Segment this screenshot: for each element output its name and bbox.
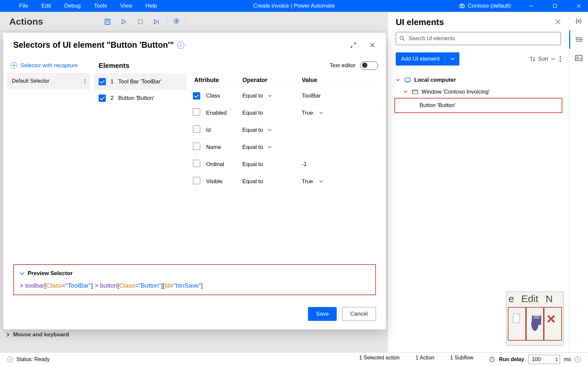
run-delay-label: Run delay xyxy=(499,356,524,362)
chevron-down-icon[interactable] xyxy=(20,272,24,275)
info-icon[interactable]: i xyxy=(575,356,581,362)
element-row-1[interactable]: 1 Tool Bar 'ToolBar' xyxy=(94,73,186,90)
selector-with-recapture-label: Selector with recapture xyxy=(20,62,78,69)
add-ui-element-button[interactable]: Add UI element xyxy=(396,52,459,66)
svg-rect-20 xyxy=(413,90,418,94)
close-pane-icon[interactable] xyxy=(555,19,561,26)
chevron-down-icon xyxy=(396,78,401,82)
status-text: Status: Ready xyxy=(16,356,50,362)
tree-label: Button 'Button' xyxy=(419,102,456,109)
close-modal-icon[interactable] xyxy=(369,42,376,49)
menu-tools[interactable]: Tools xyxy=(87,0,114,12)
chevron-down-icon xyxy=(319,178,324,185)
tree-label: Local computer xyxy=(414,77,456,83)
checkbox[interactable] xyxy=(193,108,200,116)
search-ui-elements-input[interactable]: Search UI elements xyxy=(396,32,561,45)
default-selector-row[interactable]: Default Selector xyxy=(7,73,90,89)
preview-selector-label: Preview Selector xyxy=(28,270,73,277)
sort-button[interactable]: Sort xyxy=(530,56,555,62)
element-row-2[interactable]: 2 Button 'Button' xyxy=(94,90,186,106)
checkbox[interactable] xyxy=(193,143,200,150)
attr-name: Visible xyxy=(206,178,242,185)
close-button[interactable] xyxy=(570,0,588,12)
thumb-cell xyxy=(544,307,562,341)
checkbox[interactable] xyxy=(193,92,200,99)
attribute-row: VisibleEqual toTrue xyxy=(193,173,378,190)
operator-cell[interactable]: Equal to xyxy=(242,127,302,133)
menu-help[interactable]: Help xyxy=(139,0,164,12)
search-placeholder: Search UI elements xyxy=(409,36,455,42)
operator-cell[interactable]: Equal to xyxy=(242,93,302,99)
operator-cell[interactable]: Equal to xyxy=(242,178,302,185)
menu-debug[interactable]: Debug xyxy=(58,0,87,12)
rail-variables-icon[interactable]: {x} xyxy=(569,12,588,30)
run-icon[interactable] xyxy=(120,18,128,26)
add-ui-element-dropdown[interactable] xyxy=(445,52,459,66)
record-icon[interactable] xyxy=(173,18,180,26)
value-cell[interactable]: ToolBar xyxy=(302,93,378,99)
run-next-icon[interactable] xyxy=(153,18,161,26)
subflow-count: 1 Subflow xyxy=(450,355,473,364)
checkbox[interactable] xyxy=(193,177,200,184)
elements-header: Elements xyxy=(99,62,129,70)
value-cell[interactable]: True xyxy=(302,110,378,116)
window-title: Create invoice | Power Automate xyxy=(253,3,335,9)
chevron-down-icon xyxy=(319,110,324,116)
svg-rect-22 xyxy=(575,55,582,61)
checkbox[interactable] xyxy=(99,78,106,85)
tree-node-window[interactable]: Window 'Contoso Invoicing' xyxy=(394,86,562,98)
environment-picker[interactable]: Contoso (default) xyxy=(459,3,511,9)
value-cell[interactable]: -1 xyxy=(302,161,378,168)
run-delay-input[interactable]: 100 ▲▼ xyxy=(528,355,560,364)
checkbox[interactable] xyxy=(193,126,200,133)
spinner-icon[interactable]: ▲▼ xyxy=(555,357,558,362)
stop-icon[interactable] xyxy=(137,18,144,26)
element-index: 1 xyxy=(110,78,113,85)
operator-cell[interactable]: Equal to xyxy=(242,110,302,116)
chevron-down-icon xyxy=(267,93,272,99)
more-options-button[interactable] xyxy=(560,56,561,62)
svg-rect-2 xyxy=(553,4,557,8)
menu-file[interactable]: File xyxy=(13,0,35,12)
attr-name: Ordinal xyxy=(206,161,242,168)
operator-cell[interactable]: Equal to xyxy=(242,144,302,151)
plus-icon: + xyxy=(11,62,17,69)
expand-icon[interactable] xyxy=(350,42,357,49)
maximize-button[interactable] xyxy=(546,0,564,12)
operator-cell[interactable]: Equal to xyxy=(242,161,302,168)
selector-with-recapture-button[interactable]: + Selector with recapture xyxy=(7,58,90,73)
accordion-label: Mouse and keyboard xyxy=(13,331,69,338)
svg-point-16 xyxy=(400,36,403,40)
thumb-cell-selected xyxy=(526,307,544,341)
svg-point-11 xyxy=(175,20,177,22)
checkbox[interactable] xyxy=(99,95,106,102)
menu-edit[interactable]: Edit xyxy=(35,0,57,12)
info-icon[interactable]: i xyxy=(177,42,184,49)
attribute-row: ClassEqual toToolBar xyxy=(193,87,378,104)
checkbox[interactable] xyxy=(193,160,200,167)
save-button[interactable]: Save xyxy=(308,307,337,321)
sort-icon xyxy=(530,56,536,62)
text-editor-toggle[interactable] xyxy=(360,61,378,70)
cancel-button[interactable]: Cancel xyxy=(342,307,376,321)
minimize-button[interactable] xyxy=(522,0,541,12)
separator xyxy=(167,15,167,28)
more-options-icon[interactable] xyxy=(84,78,85,84)
tree-node-computer[interactable]: Local computer xyxy=(394,74,562,86)
rail-images-icon[interactable] xyxy=(569,49,588,67)
actions-pane-title: Actions xyxy=(0,16,99,27)
chevron-down-icon xyxy=(404,90,409,94)
accordion-mouse-keyboard[interactable]: Mouse and keyboard xyxy=(6,331,69,338)
preview-selector-box: Preview Selector > toolbar[Class="ToolBa… xyxy=(13,264,376,295)
rail-uielements-icon[interactable] xyxy=(569,30,588,49)
save-icon[interactable] xyxy=(104,18,111,26)
value-cell[interactable]: True xyxy=(302,178,378,185)
clock-icon xyxy=(489,356,495,362)
window-icon xyxy=(412,90,418,94)
menu-view[interactable]: View xyxy=(114,0,139,12)
element-index: 2 xyxy=(110,95,113,101)
svg-point-23 xyxy=(577,56,578,58)
attr-name: Class xyxy=(206,93,242,99)
tree-node-button-selected[interactable]: Button 'Button' xyxy=(394,98,562,113)
attr-name: Enabled xyxy=(206,110,242,116)
